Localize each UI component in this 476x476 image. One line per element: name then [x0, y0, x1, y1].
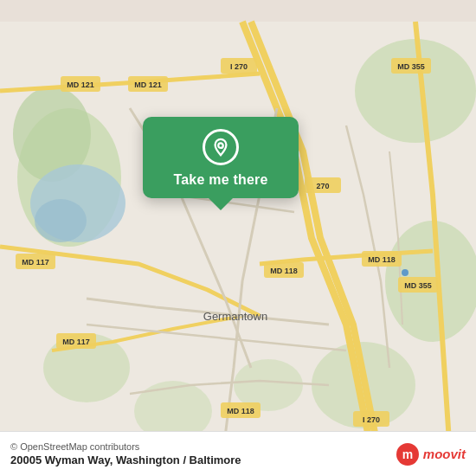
moovit-logo-text: moovit — [423, 447, 466, 461]
moovit-logo-icon: m — [396, 442, 420, 466]
take-me-there-callout[interactable]: Take me there — [143, 117, 299, 198]
svg-point-36 — [402, 269, 408, 276]
svg-text:MD 121: MD 121 — [67, 80, 94, 89]
callout-label: Take me there — [173, 172, 267, 188]
svg-point-37 — [218, 143, 223, 148]
svg-text:MD 117: MD 117 — [62, 338, 90, 346]
svg-text:MD 117: MD 117 — [22, 258, 49, 267]
bottom-left-section: © OpenStreetMap contributors 20005 Wyman… — [10, 441, 241, 466]
location-pin-icon — [203, 129, 239, 165]
svg-point-10 — [35, 199, 87, 242]
svg-text:MD 355: MD 355 — [397, 62, 425, 71]
moovit-logo: m moovit — [396, 442, 466, 466]
svg-text:MD 118: MD 118 — [227, 407, 254, 415]
svg-text:270: 270 — [316, 182, 329, 190]
svg-text:I 270: I 270 — [363, 415, 380, 424]
svg-point-3 — [355, 39, 476, 143]
svg-text:Germantown: Germantown — [203, 310, 267, 323]
svg-text:MD 121: MD 121 — [134, 80, 162, 89]
copyright-text: © OpenStreetMap contributors — [10, 441, 241, 452]
map-container: MD 121 MD 121 I 270 MD 355 270 MD 118 MD… — [0, 0, 476, 476]
svg-text:m: m — [402, 447, 413, 461]
map-background: MD 121 MD 121 I 270 MD 355 270 MD 118 MD… — [0, 0, 476, 476]
svg-text:MD 118: MD 118 — [368, 255, 396, 264]
svg-text:MD 355: MD 355 — [404, 281, 432, 290]
address-text: 20005 Wyman Way, Washington / Baltimore — [10, 453, 241, 466]
svg-text:I 270: I 270 — [230, 62, 248, 71]
bottom-bar: © OpenStreetMap contributors 20005 Wyman… — [0, 431, 476, 476]
svg-text:MD 118: MD 118 — [270, 267, 298, 275]
